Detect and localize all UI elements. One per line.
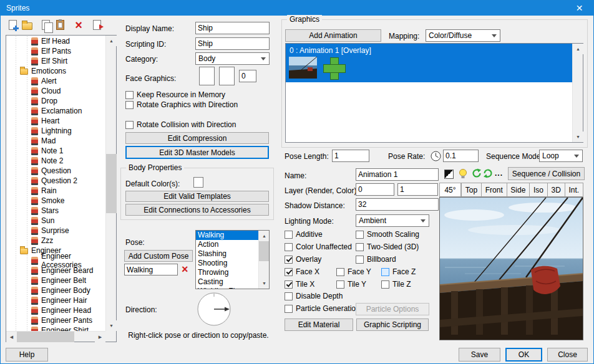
pose-listbox[interactable]: Walking Action Slashing Shooting Throwin… (195, 230, 270, 289)
tree-item[interactable]: Engineer Beard (6, 266, 105, 275)
paste-icon[interactable] (53, 18, 67, 32)
tree-item[interactable]: Zzz (6, 236, 105, 246)
sprite-tree[interactable]: Elf Head Elf Pants Elf Shirt Emoticons (6, 35, 117, 342)
loop-icon[interactable] (483, 168, 493, 178)
angle-button[interactable]: 45° (439, 183, 461, 197)
edit-material-button[interactable]: Edit Material (285, 318, 353, 331)
additive-checkbox[interactable]: Additive (285, 230, 323, 239)
tree-item[interactable]: Lightning (6, 126, 105, 136)
pose-list-item[interactable]: Throwing (196, 268, 258, 277)
tree-item[interactable]: Heart (6, 116, 105, 126)
tree-item[interactable]: Engineer Shirt (6, 325, 105, 331)
tile-y-checkbox[interactable]: Tile Y (336, 280, 366, 289)
scripting-id-input[interactable] (195, 37, 270, 50)
view-tab[interactable]: Front (482, 183, 507, 197)
delete-pose-icon[interactable]: × (182, 263, 188, 275)
pose-length-input[interactable] (332, 150, 369, 162)
category-select[interactable]: Body (195, 52, 270, 65)
edit-compression-button[interactable]: Edit Compression (125, 132, 269, 144)
tree-vscrollbar[interactable]: ▲ ▼ (105, 36, 116, 331)
keep-resource-checkbox[interactable]: Keep Resource in Memory (125, 90, 225, 99)
tile-z-checkbox[interactable]: Tile Z (381, 280, 411, 289)
pose-list-item[interactable]: Shooting (196, 259, 258, 268)
face-y-checkbox[interactable]: Face Y (336, 267, 371, 276)
overlay-checkbox[interactable]: Overlay (285, 255, 321, 264)
add-custom-pose-button[interactable]: Add Custom Pose (124, 250, 193, 262)
pose-list-item[interactable]: Wielding Firearm (196, 287, 258, 289)
contrast-icon[interactable] (444, 170, 454, 179)
preview-viewport[interactable] (439, 197, 583, 340)
pose-rows[interactable]: Walking Action Slashing Shooting Throwin… (196, 231, 258, 289)
tree-item[interactable]: Elf Pants (6, 46, 105, 56)
tree-item[interactable]: Engineer Belt (6, 275, 105, 285)
face-x-checkbox[interactable]: Face X (285, 267, 319, 276)
scroll-right-icon[interactable]: ▶ (95, 332, 105, 342)
tree-item[interactable]: Elf Head (6, 36, 105, 46)
view-tab[interactable]: Iso (530, 183, 548, 197)
tree-item[interactable]: Smoke (6, 196, 105, 206)
scroll-up-icon[interactable]: ▲ (573, 44, 583, 54)
view-tab[interactable]: Side (507, 183, 530, 197)
layer-render-input[interactable] (356, 183, 394, 196)
rotate-graphics-checkbox[interactable]: Rotate Graphics with Direction (125, 100, 238, 109)
scroll-left-icon[interactable]: ◀ (6, 332, 17, 342)
tree-hscroll-thumb[interactable] (17, 332, 74, 342)
display-name-input[interactable] (195, 22, 270, 34)
face-graphic-slot-1[interactable] (199, 67, 215, 85)
tree-item[interactable]: Mad (6, 136, 105, 146)
sequence-mode-select[interactable]: Loop (539, 150, 583, 162)
tree-item[interactable]: Note 2 (6, 156, 105, 166)
close-button[interactable]: Close (547, 348, 588, 362)
face-graphics-count-input[interactable] (239, 70, 256, 82)
tree-vscroll-thumb[interactable] (106, 154, 117, 213)
tree-item[interactable]: Question (6, 166, 105, 176)
pose-list-item[interactable]: Slashing (196, 249, 258, 259)
tree-item[interactable]: Engineer Hair (6, 295, 105, 305)
tree-item[interactable]: Engineer Pants (6, 315, 105, 325)
tree-hscrollbar[interactable]: ◀ ▶ (6, 331, 105, 342)
edit-3d-master-models-button[interactable]: Edit 3D Master Models (125, 146, 269, 159)
smooth-scaling-checkbox[interactable]: Smooth Scaling (356, 230, 419, 239)
sequence-collision-button[interactable]: Sequence / Collision (508, 167, 585, 180)
animation-list[interactable]: 0 : Animation 1 [Overlay] ▲ ▼ (285, 43, 583, 143)
lightbulb-icon[interactable] (458, 168, 468, 179)
refresh-icon[interactable] (472, 168, 482, 178)
tree-item[interactable]: Engineer Head (6, 305, 105, 315)
view-tab[interactable]: 3D (548, 183, 565, 197)
add-graphic-plus-icon[interactable] (323, 57, 344, 79)
tree-item[interactable]: Exclamation (6, 106, 105, 116)
edit-connections-button[interactable]: Edit Connections to Accessories (125, 204, 269, 216)
tree-item[interactable]: Engineer Body (6, 285, 105, 295)
tree-item[interactable]: Surprise (6, 226, 105, 236)
animation-list-item[interactable]: 0 : Animation 1 [Overlay] (286, 44, 572, 82)
new-sprite-icon[interactable] (6, 18, 19, 32)
pose-list-item[interactable]: Casting (196, 277, 258, 287)
titlebar[interactable]: Sprites ✕ (1, 1, 593, 16)
rotate-collision-checkbox[interactable]: Rotate Collision with Direction (125, 120, 236, 129)
help-button[interactable]: Help (6, 348, 48, 362)
disable-depth-checkbox[interactable]: Disable Depth (285, 292, 343, 300)
view-tabs[interactable]: TopFrontSideIso3DInt. (461, 183, 583, 197)
tree-rows[interactable]: Elf Head Elf Pants Elf Shirt Emoticons (6, 36, 105, 331)
lighting-mode-select[interactable]: Ambient (356, 214, 429, 227)
tree-item[interactable]: Alert (6, 76, 105, 86)
add-animation-button[interactable]: Add Animation (285, 29, 381, 42)
pose-list-item[interactable]: Walking (196, 231, 258, 240)
layer-color-input[interactable] (397, 183, 438, 196)
save-button[interactable]: Save (459, 348, 500, 362)
tree-item[interactable]: Note 1 (6, 146, 105, 156)
view-tab[interactable]: Top (461, 183, 482, 197)
tree-item[interactable]: Engineer Accessories (6, 256, 105, 266)
mapping-select[interactable]: Color/Diffuse (426, 29, 500, 42)
billboard-checkbox[interactable]: Billboard (356, 255, 396, 264)
scroll-down-icon[interactable]: ▼ (259, 278, 270, 289)
pose-rate-input[interactable] (443, 150, 479, 162)
ok-button[interactable]: OK (505, 348, 542, 362)
pose-list-item[interactable]: Action (196, 240, 258, 249)
animation-scrollbar[interactable]: ▲ ▼ (572, 44, 583, 142)
tile-x-checkbox[interactable]: Tile X (285, 280, 314, 289)
face-z-checkbox[interactable]: Face Z (381, 267, 416, 276)
copy-icon[interactable] (39, 18, 52, 32)
tree-item[interactable]: Sun (6, 216, 105, 226)
edit-valid-templates-button[interactable]: Edit Valid Templates (125, 191, 269, 202)
